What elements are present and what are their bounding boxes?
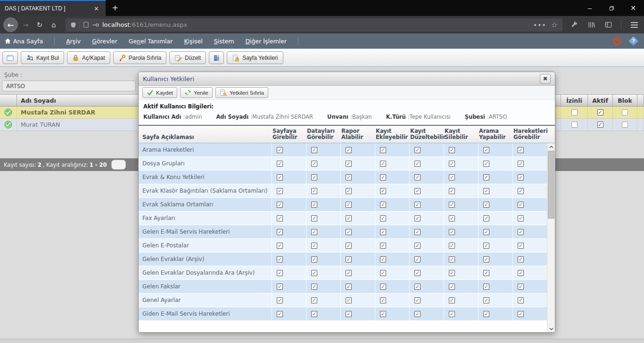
checkbox-checked[interactable]: ✓ bbox=[449, 229, 455, 235]
menu-item-ana-sayfa[interactable]: Ana Sayfa bbox=[5, 35, 43, 47]
scrollbar-thumb[interactable] bbox=[548, 151, 554, 219]
checkbox-checked[interactable]: ✓ bbox=[311, 215, 317, 221]
checkbox-checked[interactable]: ✓ bbox=[346, 147, 352, 153]
checkbox-checked[interactable]: ✓ bbox=[346, 174, 352, 180]
checkbox-checked[interactable]: ✓ bbox=[414, 284, 421, 290]
scroll-down-icon[interactable] bbox=[547, 325, 555, 332]
permission-row[interactable]: Gelen Fakslar✓✓✓✓✓✓✓✓ bbox=[139, 280, 547, 294]
checkbox-checked[interactable]: ✓ bbox=[346, 188, 352, 194]
parola-s-f-rla-button[interactable]: Parola Sıfırla bbox=[113, 51, 166, 64]
kay-t-bul-button[interactable]: Kayıt Bul bbox=[21, 51, 64, 64]
checkbox-checked[interactable]: ✓ bbox=[346, 161, 352, 167]
checkbox-checked[interactable]: ✓ bbox=[597, 122, 603, 128]
checkbox-checked[interactable]: ✓ bbox=[449, 188, 455, 194]
back-button[interactable]: ← bbox=[3, 17, 18, 32]
checkbox-checked[interactable]: ✓ bbox=[277, 229, 283, 235]
checkbox-checked[interactable]: ✓ bbox=[311, 256, 317, 262]
checkbox-checked[interactable]: ✓ bbox=[483, 215, 489, 221]
checkbox-checked[interactable]: ✓ bbox=[483, 229, 489, 235]
checkbox-checked[interactable]: ✓ bbox=[277, 284, 283, 290]
permission-row[interactable]: Fax Ayarları✓✓✓✓✓✓✓✓ bbox=[139, 212, 547, 225]
checkbox-checked[interactable]: ✓ bbox=[380, 188, 386, 194]
dialog-close-button[interactable]: ✖ bbox=[540, 74, 551, 84]
power-logout-icon[interactable] bbox=[612, 36, 622, 46]
menu-hamburger-icon[interactable] bbox=[627, 18, 641, 32]
checkbox-checked[interactable]: ✓ bbox=[380, 215, 386, 221]
checkbox-checked[interactable]: ✓ bbox=[311, 174, 317, 180]
checkbox-checked[interactable]: ✓ bbox=[346, 256, 352, 262]
checkbox-checked[interactable]: ✓ bbox=[380, 256, 386, 262]
checkbox-checked[interactable]: ✓ bbox=[483, 243, 489, 249]
checkbox-checked[interactable]: ✓ bbox=[311, 311, 317, 317]
checkbox-checked[interactable]: ✓ bbox=[380, 284, 386, 290]
new-tab-button[interactable]: + bbox=[106, 0, 124, 16]
checkbox-checked[interactable]: ✓ bbox=[277, 297, 283, 303]
checkbox-checked[interactable]: ✓ bbox=[449, 202, 455, 208]
checkbox-checked[interactable]: ✓ bbox=[380, 297, 386, 303]
checkbox-checked[interactable]: ✓ bbox=[483, 311, 489, 317]
checkbox-checked[interactable]: ✓ bbox=[518, 174, 524, 180]
checkbox-checked[interactable]: ✓ bbox=[414, 256, 421, 262]
window-button[interactable] bbox=[2, 51, 18, 64]
kaydet-button[interactable]: Kaydet bbox=[142, 87, 177, 98]
checkbox-checked[interactable]: ✓ bbox=[380, 270, 386, 276]
checkbox-checked[interactable]: ✓ bbox=[277, 243, 283, 249]
checkbox-checked[interactable]: ✓ bbox=[518, 243, 524, 249]
checkbox-checked[interactable]: ✓ bbox=[380, 147, 386, 153]
checkbox-checked[interactable]: ✓ bbox=[518, 215, 524, 221]
checkbox-checked[interactable]: ✓ bbox=[277, 202, 283, 208]
close-window-button[interactable]: ✕ bbox=[622, 0, 644, 16]
browser-tab[interactable]: DAS [ DATAKENT LTD ] ✕ bbox=[0, 0, 106, 16]
checkbox-checked[interactable]: ✓ bbox=[483, 161, 489, 167]
checkbox-checked[interactable]: ✓ bbox=[483, 297, 489, 303]
vertical-scrollbar[interactable] bbox=[547, 143, 555, 332]
checkbox-checked[interactable]: ✓ bbox=[346, 297, 352, 303]
checkbox-checked[interactable]: ✓ bbox=[346, 311, 352, 317]
d-zelt-button[interactable]: Düzelt bbox=[169, 51, 206, 64]
checkbox-checked[interactable]: ✓ bbox=[449, 161, 455, 167]
checkbox-checked[interactable]: ✓ bbox=[414, 188, 421, 194]
permission-row[interactable]: Giden E-Mail Servis Hareketleri✓✓✓✓✓✓✓✓ bbox=[139, 307, 547, 321]
permission-row[interactable]: Dosya Grupları✓✓✓✓✓✓✓✓ bbox=[139, 157, 547, 171]
checkbox-checked[interactable]: ✓ bbox=[483, 174, 489, 180]
checkbox-checked[interactable]: ✓ bbox=[449, 270, 455, 276]
key-permission-icon[interactable] bbox=[92, 23, 99, 27]
checkbox-checked[interactable]: ✓ bbox=[380, 174, 386, 180]
checkbox-checked[interactable]: ✓ bbox=[346, 270, 352, 276]
checkbox-unchecked[interactable]: ✓ bbox=[622, 122, 628, 128]
reload-button[interactable]: ↻ bbox=[33, 18, 46, 32]
library-icon[interactable] bbox=[585, 18, 598, 32]
checkbox-checked[interactable]: ✓ bbox=[380, 243, 386, 249]
checkbox-checked[interactable]: ✓ bbox=[311, 243, 317, 249]
menu-item-di-er-i-lemler[interactable]: Diğer İşlemler bbox=[245, 35, 287, 47]
checkbox-checked[interactable]: ✓ bbox=[483, 147, 489, 153]
checkbox-checked[interactable]: ✓ bbox=[449, 174, 455, 180]
checkbox-checked[interactable]: ✓ bbox=[449, 297, 455, 303]
permission-row[interactable]: Gelen Evraklar (Arşiv)✓✓✓✓✓✓✓✓ bbox=[139, 253, 547, 266]
checkbox-checked[interactable]: ✓ bbox=[346, 202, 352, 208]
checkbox-checked[interactable]: ✓ bbox=[414, 270, 421, 276]
checkbox-unchecked[interactable]: ✓ bbox=[571, 109, 578, 115]
restore-button[interactable] bbox=[601, 0, 622, 16]
checkbox-checked[interactable]: ✓ bbox=[311, 229, 317, 235]
yenile-button[interactable]: Yenile bbox=[180, 87, 213, 98]
a-kapat-button[interactable]: Aç/Kapat bbox=[67, 51, 110, 64]
checkbox-checked[interactable]: ✓ bbox=[277, 161, 283, 167]
checkbox-checked[interactable]: ✓ bbox=[518, 161, 524, 167]
page-number-box[interactable] bbox=[111, 160, 126, 170]
checkbox-checked[interactable]: ✓ bbox=[597, 109, 603, 115]
checkbox-checked[interactable]: ✓ bbox=[518, 311, 524, 317]
checkbox-checked[interactable]: ✓ bbox=[449, 243, 455, 249]
checkbox-checked[interactable]: ✓ bbox=[518, 284, 524, 290]
checkbox-checked[interactable]: ✓ bbox=[380, 202, 386, 208]
checkbox-checked[interactable]: ✓ bbox=[414, 174, 421, 180]
checkbox-checked[interactable]: ✓ bbox=[277, 215, 283, 221]
checkbox-unchecked[interactable]: ✓ bbox=[622, 109, 628, 115]
checkbox-checked[interactable]: ✓ bbox=[449, 311, 455, 317]
checkbox-checked[interactable]: ✓ bbox=[414, 229, 421, 235]
checkbox-checked[interactable]: ✓ bbox=[449, 147, 455, 153]
menu-item-g-revler[interactable]: Görevler bbox=[92, 35, 117, 47]
scroll-up-icon[interactable] bbox=[547, 143, 555, 150]
checkbox-checked[interactable]: ✓ bbox=[277, 188, 283, 194]
checkbox-checked[interactable]: ✓ bbox=[414, 215, 421, 221]
